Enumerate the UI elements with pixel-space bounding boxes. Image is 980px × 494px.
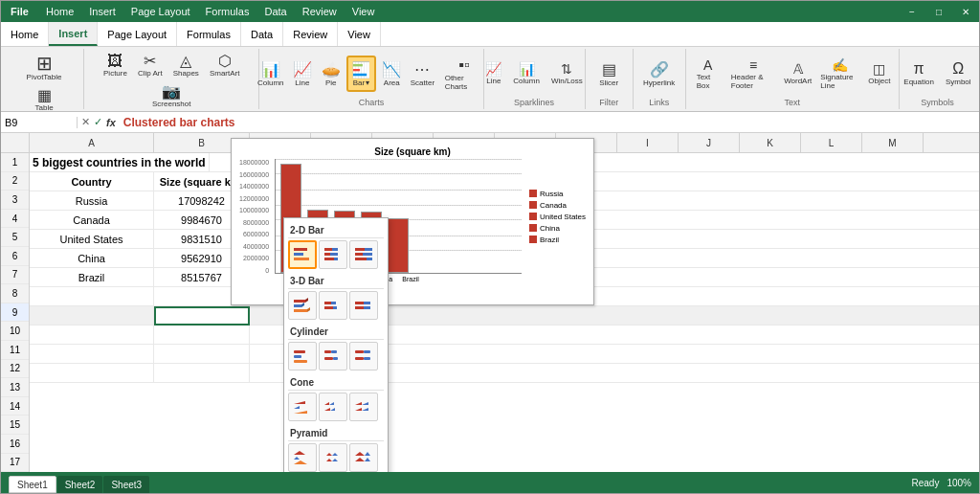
cell-b10[interactable] (154, 326, 250, 344)
name-box[interactable]: B9 (1, 117, 78, 128)
row-num-9[interactable]: 9 (1, 303, 29, 323)
insert-function-icon[interactable]: fx (106, 117, 116, 128)
tab-formulas[interactable]: Formulas (177, 22, 241, 46)
cancel-formula-icon[interactable]: ✕ (81, 116, 90, 128)
tab-page-layout[interactable]: Page Layout (98, 22, 177, 46)
stacked-cone-button[interactable] (319, 393, 347, 421)
file-menu[interactable]: File (1, 1, 38, 22)
clustered-pyramid-button[interactable] (288, 443, 317, 472)
col-header-m[interactable]: M (862, 133, 924, 152)
100pct-cylinder-button[interactable] (349, 342, 378, 370)
row-num-2[interactable]: 2 (1, 172, 29, 191)
sheet-tab-2[interactable]: Sheet2 (57, 476, 103, 493)
minimize-button[interactable]: − (899, 1, 925, 22)
confirm-formula-icon[interactable]: ✓ (94, 116, 102, 128)
smartart-button[interactable]: ⬡ SmartArt (205, 51, 245, 80)
row-num-10[interactable]: 10 (1, 322, 29, 341)
row-num-7[interactable]: 7 (1, 266, 29, 285)
menu-review[interactable]: Review (295, 1, 345, 22)
row-num-4[interactable]: 4 (1, 210, 29, 229)
menu-data[interactable]: Data (256, 1, 294, 22)
col-header-l[interactable]: L (801, 133, 862, 152)
row-num-3[interactable]: 3 (1, 191, 29, 210)
scatter-chart-button[interactable]: ⋯ Scatter (407, 57, 438, 90)
menu-formulas[interactable]: Formulas (198, 1, 257, 22)
stacked-bar-3d-button[interactable] (319, 291, 347, 320)
header-footer-button[interactable]: ≡ Header & Footer (726, 55, 780, 93)
formula-input[interactable]: Clustered bar charts (120, 116, 979, 129)
cell-b9-selected[interactable] (154, 306, 250, 326)
col-header-j[interactable]: J (679, 133, 740, 152)
tab-data[interactable]: Data (241, 22, 283, 46)
cell-a2[interactable]: Country (30, 172, 154, 191)
cell-a12[interactable] (30, 364, 154, 382)
text-box-button[interactable]: A Text Box (692, 55, 724, 93)
tab-insert[interactable]: Insert (49, 22, 98, 46)
stacked-cylinder-button[interactable] (319, 342, 347, 370)
row-num-11[interactable]: 11 (1, 341, 29, 360)
menu-home[interactable]: Home (38, 1, 81, 22)
pie-chart-button[interactable]: 🥧 Pie (318, 57, 345, 90)
row-num-13[interactable]: 13 (1, 378, 29, 397)
bar-chart-button[interactable]: 📊 Bar▾ (346, 56, 377, 92)
cell-a7[interactable]: Brazil (30, 268, 154, 287)
100pct-cone-button[interactable] (349, 393, 378, 421)
shapes-button[interactable]: ◬ Shapes (168, 51, 204, 80)
table-button[interactable]: ▦ Table (27, 85, 61, 115)
line-sparkline-button[interactable]: 📈 Line (480, 58, 506, 88)
menu-page-layout[interactable]: Page Layout (123, 1, 198, 22)
close-button[interactable]: ✕ (952, 1, 979, 22)
clip-art-button[interactable]: ✂ Clip Art (133, 51, 167, 80)
win-loss-button[interactable]: ⇅ Win/Loss (546, 58, 588, 88)
stacked-bar-2d-button[interactable] (319, 240, 347, 269)
clustered-bar-2d-button[interactable] (288, 240, 317, 269)
cell-a10[interactable] (30, 326, 154, 344)
symbol-button[interactable]: Ω Symbol (941, 57, 976, 89)
row-num-8[interactable]: 8 (1, 284, 29, 303)
row-num-15[interactable]: 15 (1, 415, 29, 435)
line-chart-button[interactable]: 📈 Line (289, 57, 316, 90)
100pct-pyramid-button[interactable] (349, 443, 378, 472)
cell-a6[interactable]: China (30, 249, 154, 268)
cell-b12[interactable] (154, 364, 250, 382)
sheet-tab-1[interactable]: Sheet1 (9, 476, 56, 493)
100pct-bar-3d-button[interactable] (349, 291, 378, 320)
cell-b11[interactable] (154, 345, 250, 363)
tab-review[interactable]: Review (283, 22, 338, 46)
tab-view[interactable]: View (338, 22, 381, 46)
100pct-bar-2d-button[interactable] (349, 240, 378, 269)
wordart-button[interactable]: 𝔸 WordArt (782, 58, 813, 88)
cell-a9[interactable] (30, 306, 154, 326)
maximize-button[interactable]: □ (925, 1, 952, 22)
signature-line-button[interactable]: ✍ Signature Line (815, 55, 864, 93)
row-num-17[interactable]: 17 (1, 454, 29, 473)
clustered-bar-3d-button[interactable] (288, 291, 317, 320)
area-chart-button[interactable]: 📉 Area (378, 57, 405, 90)
screenshot-button[interactable]: 📷 Screenshot (147, 81, 195, 111)
clustered-cone-button[interactable] (288, 393, 317, 421)
col-header-k[interactable]: K (740, 133, 801, 152)
slicer-button[interactable]: ▤ Slicer (591, 57, 626, 90)
cell-a11[interactable] (30, 345, 154, 363)
hyperlink-button[interactable]: 🔗 Hyperlink (638, 57, 679, 90)
cell-a1[interactable]: 5 biggest countries in the world (30, 153, 210, 172)
col-header-a[interactable]: A (30, 133, 154, 152)
equation-button[interactable]: π Equation (899, 57, 939, 89)
row-num-1[interactable]: 1 (1, 153, 29, 172)
tab-home[interactable]: Home (1, 22, 49, 46)
row-num-6[interactable]: 6 (1, 247, 29, 266)
menu-insert[interactable]: Insert (81, 1, 123, 22)
column-sparkline-button[interactable]: 📊 Column (508, 58, 545, 88)
object-button[interactable]: ◫ Object (866, 58, 893, 88)
col-header-i[interactable]: I (617, 133, 679, 152)
cell-a8[interactable] (30, 287, 154, 306)
stacked-pyramid-button[interactable] (319, 443, 347, 472)
pivot-table-button[interactable]: ⊞ PivotTable (22, 51, 67, 84)
menu-view[interactable]: View (345, 1, 383, 22)
clustered-cylinder-button[interactable] (288, 342, 317, 370)
row-num-5[interactable]: 5 (1, 228, 29, 247)
picture-button[interactable]: 🖼 Picture (99, 51, 132, 80)
row-num-12[interactable]: 12 (1, 360, 29, 379)
row-num-16[interactable]: 16 (1, 435, 29, 454)
cell-a5[interactable]: United States (30, 230, 154, 249)
